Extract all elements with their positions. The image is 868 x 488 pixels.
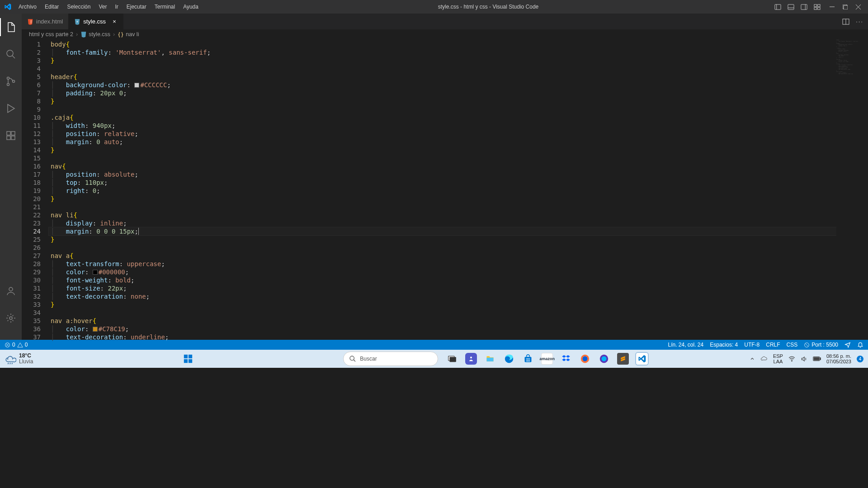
status-bar: 0 0 Lín. 24, col. 24 Espacios: 4 UTF-8 C… xyxy=(0,340,868,350)
menu-ir[interactable]: Ir xyxy=(111,2,122,12)
tab-index-html[interactable]: index.html xyxy=(22,14,69,29)
svg-rect-49 xyxy=(528,358,530,360)
code-editor[interactable]: body{│ font-family: 'Montserrat', sans-s… xyxy=(49,39,836,340)
minimap[interactable]: body{ font-family: 'Montserrat', sans-se… xyxy=(836,39,868,340)
svg-rect-12 xyxy=(844,5,848,9)
firefox-dev-icon[interactable] xyxy=(598,353,610,365)
sublime-icon[interactable] xyxy=(617,353,629,365)
svg-line-35 xyxy=(10,363,10,364)
vscode-logo-icon xyxy=(4,3,11,11)
customize-layout-icon[interactable] xyxy=(814,4,821,10)
svg-rect-38 xyxy=(189,355,192,358)
language-indicator[interactable]: ESP LAA xyxy=(773,353,783,364)
svg-point-55 xyxy=(602,357,607,361)
task-view-icon[interactable] xyxy=(446,353,458,365)
svg-rect-50 xyxy=(527,360,528,361)
svg-point-18 xyxy=(7,84,9,86)
close-button[interactable] xyxy=(856,5,861,9)
firefox-icon[interactable] xyxy=(579,353,591,365)
tray-chevron-icon[interactable] xyxy=(750,356,755,361)
indentation[interactable]: Espacios: 4 xyxy=(710,342,738,348)
explorer-icon[interactable] xyxy=(0,18,22,36)
editor-actions: ··· xyxy=(838,14,868,29)
svg-rect-6 xyxy=(814,4,817,6)
html-file-icon xyxy=(27,19,33,25)
notifications-icon[interactable] xyxy=(857,342,863,348)
menu-archivo[interactable]: Archivo xyxy=(15,2,40,12)
extensions-icon[interactable] xyxy=(0,127,22,145)
teams-icon[interactable] xyxy=(465,353,477,365)
menu-editar[interactable]: Editar xyxy=(41,2,62,12)
search-icon[interactable] xyxy=(0,45,22,63)
encoding[interactable]: UTF-8 xyxy=(744,342,760,348)
toggle-primary-sidebar-icon[interactable] xyxy=(774,4,781,10)
titlebar: ArchivoEditarSelecciónVerIrEjecutarTermi… xyxy=(0,0,868,14)
live-server-port[interactable]: Port : 5500 xyxy=(804,342,838,348)
volume-icon[interactable] xyxy=(801,356,807,362)
menu-selección[interactable]: Selección xyxy=(63,2,94,12)
source-control-icon[interactable] xyxy=(0,72,22,90)
svg-line-42 xyxy=(354,360,355,361)
svg-rect-58 xyxy=(820,358,821,360)
minimize-button[interactable] xyxy=(830,5,835,9)
svg-rect-47 xyxy=(525,357,532,362)
menu-ver[interactable]: Ver xyxy=(95,2,110,12)
language-mode[interactable]: CSS xyxy=(787,342,798,348)
toggle-secondary-sidebar-icon[interactable] xyxy=(801,4,807,10)
svg-rect-22 xyxy=(11,136,15,140)
errors-warnings[interactable]: 0 0 xyxy=(5,342,28,348)
svg-point-24 xyxy=(9,287,13,291)
store-icon[interactable] xyxy=(522,353,534,365)
svg-point-15 xyxy=(7,50,13,56)
taskbar-search[interactable]: Buscar xyxy=(343,352,438,366)
svg-rect-51 xyxy=(528,360,530,361)
maximize-button[interactable] xyxy=(843,5,848,9)
cursor-position[interactable]: Lín. 24, col. 24 xyxy=(668,342,703,348)
eol[interactable]: CRLF xyxy=(766,342,780,348)
close-tab-icon[interactable]: × xyxy=(111,18,118,25)
accounts-icon[interactable] xyxy=(0,282,22,300)
svg-rect-20 xyxy=(7,131,10,135)
notification-badge[interactable]: 4 xyxy=(857,356,863,362)
breadcrumb-part[interactable]: style.css xyxy=(89,31,110,38)
feedback-icon[interactable] xyxy=(844,342,851,348)
onedrive-icon[interactable] xyxy=(760,356,768,362)
svg-line-34 xyxy=(8,363,9,364)
wifi-icon[interactable] xyxy=(788,356,795,362)
menu-terminal[interactable]: Terminal xyxy=(151,2,179,12)
weather-widget[interactable]: 18°C Lluvia xyxy=(5,353,33,365)
clock[interactable]: 08:56 p. m. 07/05/2023 xyxy=(826,353,851,364)
svg-rect-4 xyxy=(801,4,807,9)
start-button[interactable] xyxy=(182,353,194,365)
edge-icon[interactable] xyxy=(503,353,515,365)
settings-gear-icon[interactable] xyxy=(0,309,22,327)
breadcrumb-part[interactable]: nav li xyxy=(126,31,139,38)
svg-rect-37 xyxy=(184,355,188,358)
menu-ejecutar[interactable]: Ejecutar xyxy=(123,2,150,12)
css-file-icon xyxy=(80,31,87,38)
svg-line-36 xyxy=(12,363,12,364)
dropbox-icon[interactable] xyxy=(560,353,572,365)
tab-style-css[interactable]: #style.css× xyxy=(69,14,123,29)
editor-tabs: index.html#style.css× ··· xyxy=(22,14,868,29)
line-numbers: 1234567891011121314151617181920212223242… xyxy=(22,39,49,340)
svg-rect-9 xyxy=(817,7,820,9)
run-debug-icon[interactable] xyxy=(0,99,22,117)
amazon-icon[interactable]: amazon xyxy=(541,353,553,365)
menu-ayuda[interactable]: Ayuda xyxy=(179,2,202,12)
battery-icon[interactable] xyxy=(813,356,821,361)
svg-point-53 xyxy=(583,357,588,361)
file-explorer-icon[interactable] xyxy=(484,353,496,365)
svg-point-45 xyxy=(470,357,472,358)
vscode-taskbar-icon[interactable] xyxy=(636,353,648,365)
svg-point-56 xyxy=(792,361,792,361)
breadcrumb-part[interactable]: html y css parte 2 xyxy=(29,31,73,38)
toggle-panel-icon[interactable] xyxy=(788,4,794,10)
editor-group: index.html#style.css× ··· html y css par… xyxy=(22,14,868,340)
split-editor-icon[interactable] xyxy=(842,18,849,25)
more-actions-icon[interactable]: ··· xyxy=(856,18,863,25)
svg-rect-7 xyxy=(817,4,820,6)
breadcrumbs[interactable]: html y css parte 2›style.css›nav li xyxy=(22,29,868,39)
svg-point-17 xyxy=(7,77,9,80)
svg-rect-40 xyxy=(189,359,192,363)
